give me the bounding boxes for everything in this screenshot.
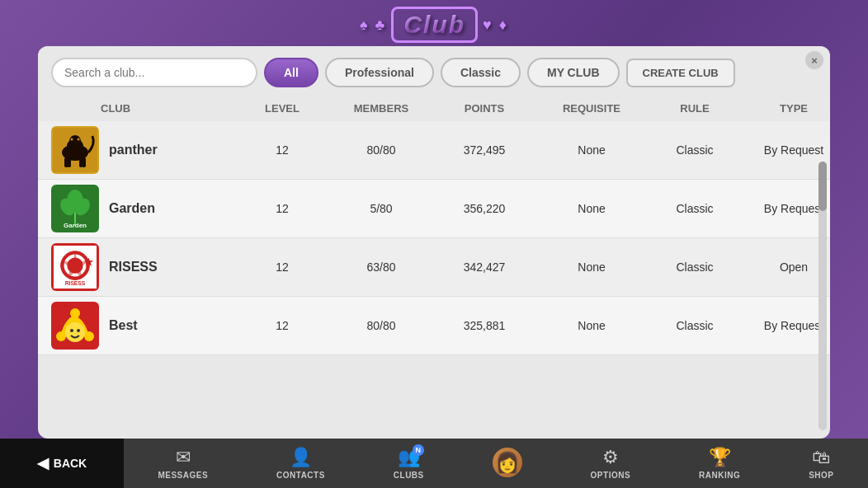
club-rule-panther: Classic: [645, 143, 744, 157]
table-row[interactable]: panther 12 80/80 372,495 None Classic By…: [38, 121, 830, 180]
svg-point-8: [71, 138, 73, 141]
shop-label: SHOP: [809, 471, 833, 480]
svg-point-27: [65, 322, 85, 342]
club-points-risess: 342,427: [431, 260, 538, 274]
main-panel: × All Professional Classic MY CLUB CREAT…: [38, 46, 830, 439]
nav-options[interactable]: ⚙ OPTIONS: [583, 442, 639, 485]
svg-rect-6: [68, 159, 71, 167]
club-name-cell-panther: panther: [51, 126, 233, 174]
back-button[interactable]: ◀ BACK: [0, 454, 124, 472]
nav-clubs[interactable]: 👥 N CLUBS: [385, 442, 432, 485]
title-bar: ♠ ♣ Club ♥ ♦: [0, 0, 868, 46]
nav-shop[interactable]: 🛍 SHOP: [800, 442, 842, 485]
col-rule: RULE: [645, 102, 744, 115]
search-input[interactable]: [51, 58, 257, 87]
svg-rect-7: [79, 159, 83, 167]
filter-bar: All Professional Classic MY CLUB CREATE …: [38, 46, 830, 96]
club-name-risess: RISESS: [109, 260, 158, 274]
club-name-panther: panther: [109, 143, 158, 157]
club-members-best: 80/80: [332, 319, 431, 332]
svg-point-9: [78, 138, 80, 141]
scrollbar-track[interactable]: [818, 162, 827, 430]
club-name-cell-best: Best: [51, 302, 233, 350]
club-type-panther: By Request: [744, 143, 830, 157]
table-row[interactable]: Best 12 80/80 325,881 None Classic By Re…: [38, 297, 830, 355]
club-requisite-risess: None: [538, 260, 645, 274]
club-points-panther: 372,495: [431, 143, 538, 157]
back-label: BACK: [54, 457, 87, 470]
shop-icon: 🛍: [812, 447, 830, 468]
svg-point-3: [69, 135, 81, 147]
back-arrow-icon: ◀: [37, 454, 49, 472]
svg-point-24: [56, 331, 66, 341]
messages-label: MESSAGES: [158, 471, 208, 480]
club-type-best: By Request: [744, 319, 830, 332]
club-requisite-garden: None: [538, 202, 645, 215]
close-button[interactable]: ×: [805, 51, 823, 69]
col-members: MEMBERS: [332, 102, 431, 115]
club-name-cell-risess: RISESS RISESS: [51, 243, 233, 291]
col-type: TYPE: [744, 102, 830, 115]
club-name-cell-garden: Garden Garden: [51, 185, 233, 232]
filter-classic-button[interactable]: Classic: [441, 58, 521, 87]
messages-icon: ✉: [176, 447, 191, 467]
nav-ranking[interactable]: 🏆 RANKING: [691, 442, 748, 485]
club-name-garden: Garden: [109, 201, 155, 216]
nav-contacts[interactable]: 👤 CONTACTS: [268, 442, 333, 485]
ranking-icon: 🏆: [709, 447, 731, 468]
table-row[interactable]: Garden Garden 12 5/80 356,220 None Class…: [38, 180, 830, 238]
options-label: OPTIONS: [591, 471, 631, 480]
club-logo-garden: Garden: [51, 185, 99, 232]
club-rule-garden: Classic: [645, 202, 744, 215]
club-level-panther: 12: [233, 143, 332, 157]
club-members-garden: 5/80: [332, 202, 431, 215]
svg-point-29: [77, 329, 80, 332]
svg-point-28: [70, 329, 73, 332]
club-requisite-best: None: [538, 319, 645, 332]
club-points-garden: 356,220: [431, 202, 538, 215]
club-type-risess: Open: [744, 260, 830, 274]
nav-messages[interactable]: ✉ MESSAGES: [149, 442, 216, 485]
club-logo-best: [51, 302, 99, 350]
col-level: LEVEL: [233, 102, 332, 115]
club-logo-panther: [51, 126, 99, 174]
table-row[interactable]: RISESS RISESS 12 63/80 342,427 None Clas…: [38, 238, 830, 297]
scrollbar-thumb[interactable]: [818, 162, 827, 211]
club-level-best: 12: [233, 319, 332, 332]
clubs-label: CLUBS: [394, 471, 424, 480]
bottom-nav: ✉ MESSAGES 👤 CONTACTS 👥 N CLUBS 👩 ⚙ OPTI…: [124, 439, 868, 488]
clubs-icon-wrapper: 👥 N: [398, 447, 420, 468]
club-rule-best: Classic: [645, 319, 744, 332]
club-logo-risess: RISESS: [51, 243, 99, 291]
svg-text:RISESS: RISESS: [65, 280, 86, 286]
contacts-label: CONTACTS: [276, 471, 325, 480]
table-header: CLUB LEVEL MEMBERS POINTS REQUISITE RULE…: [38, 96, 830, 121]
club-members-risess: 63/80: [332, 260, 431, 274]
club-requisite-panther: None: [538, 143, 645, 157]
svg-text:Garden: Garden: [64, 222, 87, 229]
col-points: POINTS: [431, 102, 538, 115]
svg-point-25: [84, 331, 94, 341]
club-logo-text: Club: [391, 7, 478, 43]
options-icon: ⚙: [602, 447, 619, 468]
spade-right-icon: ♥ ♦: [483, 16, 508, 34]
avatar-icon: 👩: [493, 448, 522, 477]
nav-avatar[interactable]: 👩: [484, 443, 531, 485]
svg-point-26: [70, 308, 80, 318]
col-requisite: REQUISITE: [538, 102, 645, 115]
create-club-button[interactable]: CREATE CLUB: [626, 59, 735, 87]
messages-icon-wrapper: ✉: [176, 447, 191, 468]
col-club: CLUB: [51, 102, 233, 115]
spade-left-icon: ♠ ♣: [360, 16, 386, 34]
club-type-garden: By Request: [744, 202, 830, 215]
club-name-best: Best: [109, 318, 138, 333]
contacts-icon: 👤: [290, 447, 312, 468]
club-members-panther: 80/80: [332, 143, 431, 157]
club-level-garden: 12: [233, 202, 332, 215]
app-logo: ♠ ♣ Club ♥ ♦: [360, 7, 508, 43]
clubs-badge: N: [413, 444, 424, 456]
filter-professional-button[interactable]: Professional: [325, 58, 434, 87]
filter-all-button[interactable]: All: [264, 58, 318, 87]
filter-my-club-button[interactable]: MY CLUB: [527, 58, 620, 87]
club-level-risess: 12: [233, 260, 332, 274]
